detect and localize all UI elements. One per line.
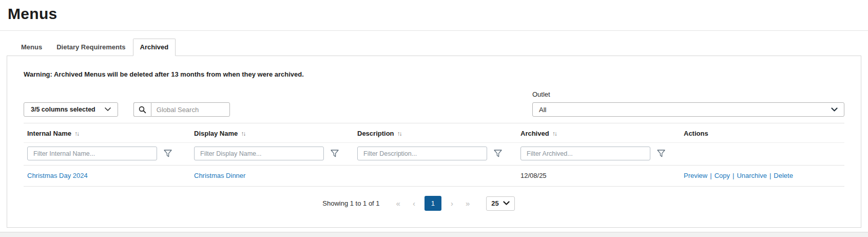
column-header-internal-name: Internal Name↑↓ <box>24 123 190 143</box>
footer-strip <box>0 232 868 237</box>
outlet-selected-value: All <box>539 106 546 114</box>
search-icon <box>133 102 151 117</box>
filter-funnel-icon[interactable] <box>331 150 339 157</box>
column-header-actions: Actions <box>680 123 844 143</box>
table-row: Christmas Day 2024 Christmas Dinner 12/0… <box>24 166 844 187</box>
outlet-label: Outlet <box>532 90 844 98</box>
filter-funnel-icon[interactable] <box>164 150 172 157</box>
filter-description-input[interactable] <box>357 147 487 160</box>
global-search-input[interactable] <box>151 102 230 117</box>
columns-selector-label: 3/5 columns selected <box>31 106 95 113</box>
table-filter-row <box>24 143 844 166</box>
cell-description <box>354 166 517 187</box>
chevron-down-icon <box>105 107 111 112</box>
cell-internal-name: Christmas Day 2024 <box>24 166 190 187</box>
last-page-icon[interactable]: » <box>459 199 476 208</box>
column-header-label: Internal Name <box>27 130 71 137</box>
archived-warning-text: Warning: Archived Menus will be deleted … <box>24 70 844 78</box>
archived-menus-table: Internal Name↑↓ Display Name↑↓ Descripti… <box>24 123 844 187</box>
filter-archived-input[interactable] <box>520 147 650 160</box>
chevron-down-icon <box>831 107 838 112</box>
display-name-link[interactable]: Christmas Dinner <box>194 172 245 179</box>
title-divider <box>0 30 868 31</box>
action-separator: | <box>769 172 771 179</box>
column-header-label: Description <box>357 130 394 137</box>
current-page-button[interactable]: 1 <box>425 196 441 211</box>
next-page-icon[interactable]: › <box>445 199 459 208</box>
pagination: Showing 1 to 1 of 1 « ‹ 1 › » 25 <box>8 196 829 211</box>
cell-archived: 12/08/25 <box>517 166 680 187</box>
sort-icon[interactable]: ↑↓ <box>241 130 245 137</box>
preview-link[interactable]: Preview <box>684 172 707 179</box>
archived-date: 12/08/25 <box>520 172 547 179</box>
tab-menus[interactable]: Menus <box>14 39 49 56</box>
action-separator: | <box>732 172 734 179</box>
cell-display-name: Christmas Dinner <box>190 166 354 187</box>
filter-internal-name-input[interactable] <box>27 147 157 160</box>
filter-display-name-input[interactable] <box>194 147 324 160</box>
action-separator: | <box>710 172 711 179</box>
cell-actions: Preview|Copy|Unarchive|Delete <box>680 166 844 187</box>
pagination-summary: Showing 1 to 1 of 1 <box>322 199 379 207</box>
page-title: Menus <box>0 0 868 23</box>
filter-funnel-icon[interactable] <box>494 150 502 157</box>
sort-icon[interactable]: ↑↓ <box>552 130 556 137</box>
tab-bar: Menus Dietary Requirements Archived <box>0 39 868 56</box>
page-size-value: 25 <box>491 199 498 207</box>
first-page-icon[interactable]: « <box>390 199 407 208</box>
unarchive-link[interactable]: Unarchive <box>737 172 767 179</box>
column-header-label: Actions <box>684 130 708 137</box>
table-controls-left: 3/5 columns selected <box>24 102 230 117</box>
page-size-select[interactable]: 25 <box>486 196 514 211</box>
previous-page-icon[interactable]: ‹ <box>407 199 421 208</box>
sort-icon[interactable]: ↑↓ <box>397 130 401 137</box>
column-header-description: Description↑↓ <box>354 123 517 143</box>
global-search-group <box>133 102 230 117</box>
outlet-filter: Outlet All <box>532 90 844 117</box>
copy-link[interactable]: Copy <box>715 172 730 179</box>
archived-tab-panel: Warning: Archived Menus will be deleted … <box>7 56 861 228</box>
table-controls: 3/5 columns selected Outlet All <box>24 90 844 117</box>
columns-selector-dropdown[interactable]: 3/5 columns selected <box>24 102 118 117</box>
outlet-select[interactable]: All <box>532 102 844 117</box>
column-header-display-name: Display Name↑↓ <box>190 123 354 143</box>
filter-funnel-icon[interactable] <box>657 150 665 157</box>
table-header-row: Internal Name↑↓ Display Name↑↓ Descripti… <box>24 123 844 143</box>
tab-dietary-requirements[interactable]: Dietary Requirements <box>49 39 132 56</box>
sort-icon[interactable]: ↑↓ <box>74 130 79 137</box>
column-header-label: Archived <box>520 130 549 137</box>
delete-link[interactable]: Delete <box>774 172 793 179</box>
column-header-label: Display Name <box>194 130 238 137</box>
chevron-down-icon <box>503 201 510 206</box>
tab-archived[interactable]: Archived <box>133 39 176 56</box>
internal-name-link[interactable]: Christmas Day 2024 <box>27 172 88 179</box>
column-header-archived: Archived↑↓ <box>517 123 680 143</box>
